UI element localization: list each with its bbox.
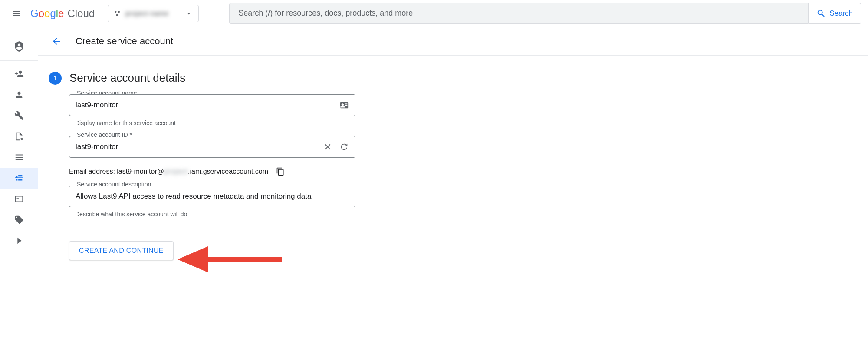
refresh-icon[interactable]	[339, 142, 349, 152]
svg-point-1	[118, 11, 120, 13]
service-account-icon	[14, 173, 24, 183]
google-logo-text: Google	[30, 7, 64, 20]
create-and-continue-button[interactable]: CREATE AND CONTINUE	[69, 241, 174, 260]
menu-button[interactable]	[7, 4, 26, 23]
field-desc-help: Describe what this service account will …	[69, 211, 355, 218]
search-button-label: Search	[829, 9, 853, 18]
card-icon	[14, 194, 24, 204]
cloud-logo-text: Cloud	[67, 7, 95, 20]
page-title: Create service account	[76, 36, 173, 47]
step-number: 1	[49, 72, 62, 85]
search-input[interactable]	[238, 9, 799, 18]
email-row: Email address: last9-monitor@project.iam…	[69, 167, 858, 176]
form-area: Service account name Display name for th…	[54, 94, 858, 260]
sidebar-item-workload[interactable]	[0, 189, 38, 209]
google-cloud-logo[interactable]: Google Cloud	[30, 7, 95, 20]
step-title: Service account details	[69, 71, 185, 85]
email-text: Email address: last9-monitor@project.iam…	[69, 168, 268, 176]
field-id: Service account ID *	[69, 136, 355, 158]
copy-icon[interactable]	[276, 167, 285, 176]
field-description: Service account description Describe wha…	[69, 186, 355, 218]
sidebar-item-list[interactable]	[0, 147, 38, 168]
global-header: Google Cloud project-name Search	[0, 0, 868, 27]
person-add-icon	[14, 69, 24, 79]
field-name-help: Display name for this service account	[69, 119, 355, 126]
project-selector[interactable]: project-name	[108, 5, 199, 22]
id-input[interactable]	[76, 143, 323, 151]
svg-point-2	[116, 14, 118, 16]
project-name: project-name	[125, 10, 169, 17]
step-header: 1 Service account details	[49, 71, 858, 85]
back-button[interactable]	[49, 33, 64, 49]
sidebar-item-person[interactable]	[0, 84, 38, 105]
hamburger-icon	[11, 8, 22, 19]
search-container: Search	[229, 3, 861, 24]
name-input[interactable]	[76, 101, 339, 109]
annotation-arrow	[173, 233, 286, 276]
search-box[interactable]	[229, 3, 809, 24]
main-content: Create service account 1 Service account…	[38, 27, 868, 276]
contact-card-icon[interactable]	[339, 100, 349, 110]
sidebar-item-service-accounts[interactable]	[0, 168, 38, 189]
page-header: Create service account	[38, 27, 868, 56]
sidebar-item-add-person[interactable]	[0, 63, 38, 84]
description-input[interactable]	[76, 192, 349, 201]
clear-icon[interactable]	[323, 142, 332, 152]
sidebar-item-wrench[interactable]	[0, 105, 38, 126]
project-icon	[113, 10, 121, 17]
chevron-down-icon	[184, 9, 193, 18]
tag-icon	[14, 215, 24, 225]
chevron-right-icon	[14, 236, 24, 245]
sidebar-item-more[interactable]	[0, 230, 38, 251]
left-sidebar	[0, 27, 38, 276]
search-icon	[816, 9, 826, 18]
arrow-back-icon	[51, 36, 62, 46]
svg-point-0	[115, 11, 117, 13]
list-icon	[14, 152, 24, 162]
document-gear-icon	[14, 132, 24, 141]
sidebar-item-policy[interactable]	[0, 126, 38, 147]
sidebar-item-iam[interactable]	[0, 32, 38, 61]
sidebar-item-labels[interactable]	[0, 209, 38, 230]
red-arrow-icon	[173, 233, 286, 276]
search-button[interactable]: Search	[809, 3, 861, 24]
shield-person-icon	[13, 41, 25, 52]
person-icon	[14, 90, 24, 99]
field-name: Service account name Display name for th…	[69, 94, 355, 126]
wrench-icon	[14, 111, 24, 120]
